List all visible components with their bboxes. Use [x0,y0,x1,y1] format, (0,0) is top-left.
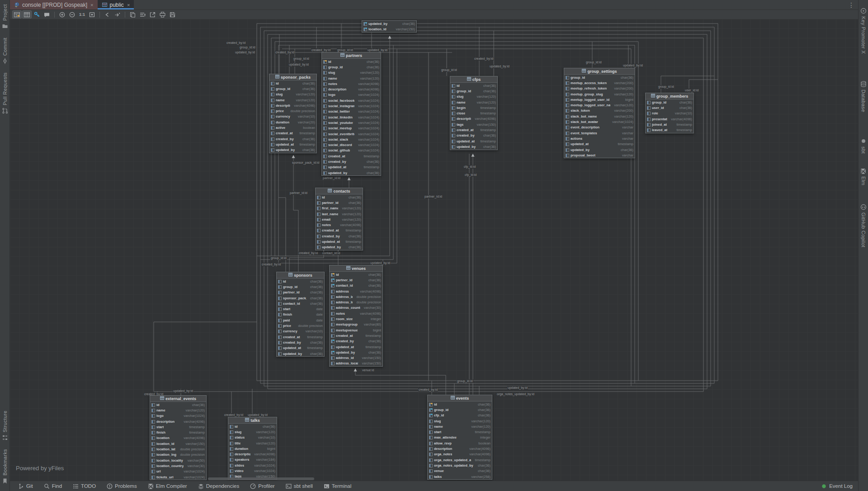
zoom-out-icon[interactable] [67,10,77,19]
table-header[interactable]: sponsor_packs [269,74,316,80]
table-column-row[interactable]: updated_bychar(36) [330,349,382,355]
entity-table-contacts[interactable]: contactsidchar(36)partner_idchar(36)firs… [315,188,363,250]
table-column-row[interactable]: meetupgroupvarchar(80) [330,322,382,327]
table-column-row[interactable]: slugvarchar(120) [269,92,316,97]
table-column-row[interactable]: slack_bot_avatarvarchar(1024) [564,119,635,124]
table-column-row[interactable]: addressvarchar(4096) [330,288,382,294]
table-header[interactable]: partners [322,52,381,59]
tool-button-database[interactable]: Database [860,77,867,116]
status-item-git[interactable]: Git [18,483,33,489]
table-header[interactable]: group_settings [564,68,635,75]
table-column-row[interactable]: updated_attimestamp [316,239,363,244]
table-column-row[interactable]: event_descriptionvarchar [564,125,635,130]
table-column-row[interactable]: descriptionvarchar(4096) [450,116,497,122]
table-column-row[interactable]: statusvarchar(10) [228,435,277,440]
table-column-row[interactable]: updated_bychar(36) [269,147,316,153]
table-column-row[interactable]: social_facebookvarchar(1024) [322,98,381,103]
tool-button-structure[interactable]: Structure [2,406,8,445]
table-column-row[interactable]: meetup_group_slugvarchar(120) [564,91,635,97]
table-column-row[interactable]: rolevarchar(10) [646,111,693,116]
table-column-row[interactable]: address_localityvarchar(150) [330,361,382,366]
table-column-row[interactable]: last_namevarchar(120) [316,211,363,217]
table-column-row[interactable]: group_idchar(36) [269,86,316,91]
table-column-row[interactable]: orga_notesvarchar(4096) [428,452,492,457]
table-column-row[interactable]: room_sizeinteger [330,316,382,321]
status-item-find[interactable]: Find [44,483,62,489]
table-column-row[interactable]: activeboolean [269,125,316,130]
tool-button-github-copilot[interactable]: GitHub Copilot [860,200,867,251]
table-column-row[interactable]: updated_bychar(36) [322,170,381,175]
table-column-row[interactable]: created_attimestamp [450,127,497,132]
table-column-row[interactable]: notesvarchar(4096) [316,222,363,227]
status-item-event-log[interactable]: Event Log [821,483,853,489]
tool-button-commit[interactable]: Commit [2,33,8,68]
table-column-row[interactable]: created_attimestamp [316,228,363,233]
table-column-row[interactable]: namevarchar(120) [269,97,316,103]
table-column-row[interactable]: idchar(36) [316,194,363,200]
jump-to-source-icon[interactable] [113,10,122,19]
table-column-row[interactable]: event_templatesvarchar [564,130,635,136]
status-item-sbt-shell[interactable]: sbt shell [286,483,313,489]
table-header[interactable]: venues [330,265,382,272]
kebab-menu-icon[interactable]: ⋮ [848,0,858,9]
editor-tab-public[interactable]: public× [98,0,134,9]
table-column-row[interactable]: slugvarchar(120) [450,94,497,99]
tool-button-pull-requests[interactable]: Pull Requests [2,68,8,118]
table-column-row[interactable]: finishdate [277,312,324,317]
table-column-row[interactable]: updated_attimestamp [322,165,381,170]
table-column-row[interactable]: finishtimestamp [150,430,206,435]
table-column-row[interactable]: starttimestamp [428,429,492,434]
scrollbar-thumb[interactable] [208,477,314,480]
table-column-row[interactable]: paiddate [277,317,324,323]
save-icon[interactable] [168,10,177,19]
table-details-toggle-icon[interactable] [12,10,22,19]
table-column-row[interactable]: idchar(36) [228,424,277,429]
horizontal-scrollbar[interactable] [10,477,858,481]
table-header[interactable]: events [428,395,492,401]
table-column-row[interactable]: idchar(36) [269,80,316,86]
table-column-row[interactable]: created_bychar(36) [330,339,382,344]
table-column-row[interactable]: idchar(36) [277,279,324,284]
comment-icon[interactable] [42,10,52,19]
table-column-row[interactable]: currencyvarchar(10) [269,114,316,119]
table-column-row[interactable]: slack_tokenvarchar(200) [564,108,635,113]
entity-table-partners[interactable]: partnersidchar(36)group_idchar(36)slugva… [321,52,381,176]
table-column-row[interactable]: logovarchar(1024) [150,413,206,419]
tool-button-elm[interactable]: Elm [860,164,867,189]
key-icon[interactable] [32,10,42,19]
table-column-row[interactable]: idchar(36) [330,272,382,277]
table-column-row[interactable]: updated_bychar(36) [362,21,416,26]
table-column-row[interactable]: location_countryvarchar(30) [150,463,206,468]
table-column-row[interactable]: social_meetupvarchar(1024) [322,126,381,131]
entity-table-cfps[interactable]: cfpsidchar(36)group_idchar(36)slugvarcha… [450,76,498,150]
table-column-row[interactable]: durationbigint [228,446,277,451]
table-column-row[interactable]: partner_idchar(36) [277,290,324,295]
table-column-row[interactable]: contact_idchar(36) [330,283,382,288]
entity-table-group_members[interactable]: group_membersgroup_idchar(36)user_idchar… [645,93,694,133]
table-column-row[interactable]: created_attimestamp [330,333,382,338]
table-column-row[interactable]: group_idchar(36) [277,284,324,289]
powered-by-yfiles[interactable]: Powered by yFiles [16,465,64,472]
table-column-row[interactable]: address_countryvarchar(30) [330,305,382,311]
entity-table-group_settings[interactable]: group_settingsgroup_idchar(36)meetup_acc… [564,68,635,158]
table-column-row[interactable]: group_idchar(36) [428,407,492,412]
table-column-row[interactable]: contact_idchar(36) [277,301,324,306]
collapse-icon[interactable] [103,10,112,19]
table-column-row[interactable]: created_bychar(36) [322,159,381,164]
table-column-row[interactable]: cfp_idchar(36) [428,413,492,418]
status-item-elm-compiler[interactable]: Elm Compiler [148,483,187,489]
table-header[interactable]: external_events [150,396,206,402]
table-column-row[interactable]: location_idvarchar(150) [362,26,416,32]
table-column-row[interactable]: slugvarchar(120) [322,70,381,76]
table-column-row[interactable]: updated_attimestamp [450,138,497,144]
entity-table-sponsors[interactable]: sponsorsidchar(36)group_idchar(36)partne… [276,272,325,357]
status-item-profiler[interactable]: Profiler [250,483,274,489]
table-column-row[interactable]: created_attimestamp [269,131,316,136]
tool-button-key-promoter-x[interactable]: Key Promoter X [860,4,867,58]
table-column-row[interactable]: orga_notes_updated_bychar(36) [428,463,492,468]
table-column-row[interactable]: descriptionvarchar(4096) [228,451,277,457]
table-column-row[interactable]: slugvarchar(120) [228,429,277,434]
table-column-row[interactable]: updated_bychar(36) [316,245,363,250]
table-column-row[interactable]: tagsvarchar(150) [450,122,497,127]
table-column-row[interactable]: orga_notes_updated_attimestamp [428,457,492,463]
